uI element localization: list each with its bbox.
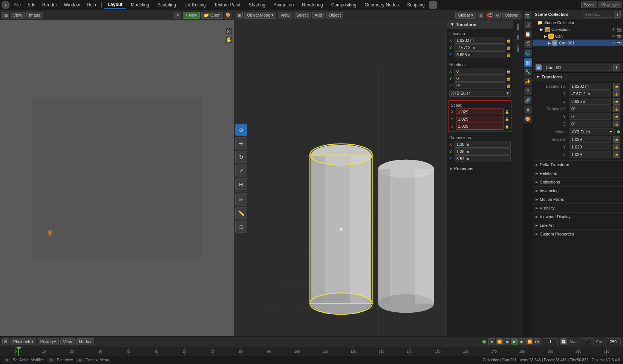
modifier-icon[interactable]: 🔧 xyxy=(524,68,532,76)
keying-dropdown[interactable]: Keying▾ xyxy=(38,338,59,345)
jump-end-btn[interactable]: ⏭ xyxy=(534,338,540,345)
zoom-to-fit-btn[interactable]: ⊙ xyxy=(225,28,232,35)
loc-y-val[interactable]: -7.6712 m xyxy=(569,90,611,97)
view-menu-btn[interactable]: View xyxy=(11,12,25,18)
jump-start-btn[interactable]: ⏮ xyxy=(488,338,495,345)
dim-x-field[interactable]: 1.38 m xyxy=(455,141,511,148)
location-y-lock[interactable]: 🔒 xyxy=(506,46,511,50)
editor-type-button[interactable]: ▦ xyxy=(2,12,9,18)
rot-x-val[interactable]: 0° xyxy=(569,106,611,112)
custom-properties-header[interactable]: ▶ Custom Properties xyxy=(533,230,623,238)
scale-z-val[interactable]: 1.029 xyxy=(569,151,611,158)
can001-item[interactable]: ▶ ▦ Can.001 👁 📷 xyxy=(533,40,623,46)
loc-y-lock[interactable]: 🔒 xyxy=(613,90,620,97)
menu-render[interactable]: Render xyxy=(39,2,60,8)
scale-x-lock-r[interactable]: 🔒 xyxy=(613,136,620,143)
rotation-x-lock[interactable]: 🔒 xyxy=(506,69,511,73)
material-icon[interactable]: 🎨 xyxy=(524,115,532,123)
next-frame-btn[interactable]: ▶ xyxy=(519,338,525,345)
transform-section-header-right[interactable]: ▼ Transform xyxy=(533,73,623,81)
options-btn[interactable]: Options xyxy=(502,12,520,18)
scene-dropdown[interactable]: Scene xyxy=(581,2,597,8)
color-picker-btn[interactable]: 🎨 xyxy=(225,12,231,18)
play-btn[interactable]: ▶ xyxy=(511,338,518,345)
motion-paths-header[interactable]: ▶ Motion Paths xyxy=(533,195,623,203)
item-tab[interactable]: Item xyxy=(516,22,520,32)
current-frame[interactable]: 1 xyxy=(543,338,558,345)
transform-section-header[interactable]: ▼ Transform xyxy=(447,20,513,29)
data-icon[interactable]: ◉ xyxy=(524,106,532,114)
tool-tab[interactable]: Tool xyxy=(516,33,520,42)
pan-view-btn[interactable]: ✋ xyxy=(225,36,232,43)
timeline-type-btn[interactable]: ⊞ xyxy=(2,338,9,345)
object-menu[interactable]: Object xyxy=(326,12,343,18)
menu-file[interactable]: File xyxy=(11,2,24,8)
tab-layout[interactable]: Layout xyxy=(104,1,126,9)
rot-y-val[interactable]: 0° xyxy=(569,113,611,120)
location-y-field[interactable]: -7.6712 m xyxy=(455,44,505,51)
tab-rendering[interactable]: Rendering xyxy=(298,2,326,8)
object-name-field[interactable]: Can.001 xyxy=(543,64,612,71)
tab-geometry-nodes[interactable]: Geometry Nodes xyxy=(361,2,403,8)
rot-z-val[interactable]: 0° xyxy=(569,121,611,127)
tab-modeling[interactable]: Modeling xyxy=(127,2,153,8)
rot-x-lock[interactable]: 🔒 xyxy=(613,106,620,112)
menu-window[interactable]: Window xyxy=(61,2,83,8)
rot-y-lock[interactable]: 🔒 xyxy=(613,113,620,120)
image-menu-btn[interactable]: Image xyxy=(26,12,43,18)
properties-header[interactable]: ▶ Properties xyxy=(447,164,513,173)
location-z-field[interactable]: 3.695 m xyxy=(455,51,505,58)
add-menu[interactable]: Add xyxy=(312,12,325,18)
obj-vis-btn[interactable]: 👁 xyxy=(613,64,620,71)
prev-keyframe-btn[interactable]: ⏪ xyxy=(496,338,503,345)
viewlayer-dropdown[interactable]: ViewLayer xyxy=(599,2,621,8)
tab-shading[interactable]: Shading xyxy=(245,2,269,8)
dim-y-field[interactable]: 1.38 m xyxy=(455,148,511,155)
menu-help[interactable]: Help xyxy=(84,2,99,8)
proportional-btn[interactable]: ⊙ xyxy=(494,12,501,18)
next-keyframe-btn[interactable]: ⏩ xyxy=(526,338,533,345)
world-icon[interactable]: 🌐 xyxy=(524,49,532,57)
view-tab[interactable]: View xyxy=(516,43,520,53)
app-icon[interactable]: ● xyxy=(2,1,10,9)
relations-header[interactable]: ▶ Relations xyxy=(533,169,623,177)
menu-edit[interactable]: Edit xyxy=(24,2,38,8)
rotation-z-field[interactable]: 0° xyxy=(455,82,505,89)
scene-collection-item[interactable]: 📁 Scene Collection xyxy=(533,19,623,26)
collection-item[interactable]: ▶ 📦 Collection 👁 📷 xyxy=(533,26,623,33)
scene-icon[interactable]: 🎬 xyxy=(524,40,532,48)
timeline-ruler[interactable]: 0 10 20 30 40 50 60 70 80 90 100 110 120 xyxy=(0,347,623,356)
location-z-lock[interactable]: 🔒 xyxy=(506,53,511,57)
scale-y-lock[interactable]: 🔒 xyxy=(505,117,509,121)
image-canvas[interactable]: ⊕ xyxy=(32,97,202,259)
tab-uv-editing[interactable]: UV Editing xyxy=(181,2,210,8)
view-menu[interactable]: View xyxy=(278,12,292,18)
scale-y-lock-r[interactable]: 🔒 xyxy=(613,144,620,150)
editor-type-btn-3d[interactable]: ⊞ xyxy=(236,12,243,18)
loc-z-lock[interactable]: 🔒 xyxy=(613,98,620,105)
dim-z-field[interactable]: 3.54 m xyxy=(455,155,511,162)
timeline-marker-btn[interactable]: Marker xyxy=(76,338,94,345)
rotation-y-lock[interactable]: 🔒 xyxy=(506,76,511,81)
tab-sculpting[interactable]: Sculpting xyxy=(154,2,180,8)
tab-texture-paint[interactable]: Texture Paint xyxy=(210,2,244,8)
scale-z-lock[interactable]: 🔒 xyxy=(505,124,509,128)
select-menu[interactable]: Select xyxy=(294,12,311,18)
scale-x-val[interactable]: 1.029 xyxy=(569,136,611,143)
output-icon[interactable]: 🖨 xyxy=(524,21,532,29)
new-btn[interactable]: +New xyxy=(183,12,200,19)
scale-z-lock-r[interactable]: 🔒 xyxy=(613,151,620,158)
render-icon[interactable]: 📷 xyxy=(524,11,532,20)
scale-x-lock[interactable]: 🔒 xyxy=(505,110,509,114)
location-x-field[interactable]: 1.9282 m xyxy=(455,37,505,44)
pivot-btn[interactable]: ⊟ xyxy=(478,12,484,18)
viewport-display-header[interactable]: ▶ Viewport Display xyxy=(533,213,623,221)
line-art-header[interactable]: ▶ Line Art xyxy=(533,221,623,229)
rotation-y-field[interactable]: 0° xyxy=(455,75,505,82)
visibility-header[interactable]: ▶ Visibility xyxy=(533,204,623,212)
rot-mode-dropdown[interactable]: XYZ Euler ▾ xyxy=(569,128,615,135)
rotation-x-field[interactable]: 0° xyxy=(455,68,505,75)
loc-z-val[interactable]: 3.695 m xyxy=(569,98,611,105)
image-editor-canvas[interactable]: ⊕ ⊙ ✋ xyxy=(0,20,234,336)
transform-global-dropdown[interactable]: Global▾ xyxy=(455,12,476,19)
